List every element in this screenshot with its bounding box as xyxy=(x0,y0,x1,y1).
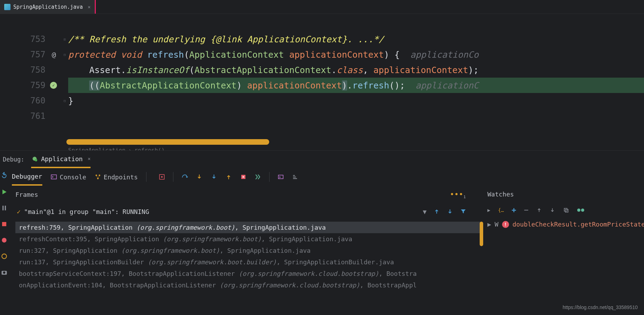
frames-title: Frames xyxy=(15,191,38,198)
svg-point-14 xyxy=(161,176,163,178)
stack-frame[interactable]: run:137, SpringApplicationBuilder (org.s… xyxy=(15,256,480,268)
inline-hint: applicationCo xyxy=(410,50,479,60)
execution-line: ((AbstractApplicationContext) applicatio… xyxy=(68,78,644,93)
svg-rect-20 xyxy=(564,208,567,211)
fold-toggle-icon[interactable]: ⊟ xyxy=(61,93,68,108)
fold-toggle-icon[interactable]: ⊟ xyxy=(61,47,68,62)
code-comment: /** Refresh the underlying {@link Applic… xyxy=(68,34,384,44)
close-icon[interactable]: × xyxy=(88,156,91,162)
mute-breakpoints-button[interactable] xyxy=(0,252,8,260)
camera-button[interactable] xyxy=(0,268,8,277)
drop-frame-button[interactable] xyxy=(240,173,247,180)
file-tab[interactable]: SpringApplication.java × xyxy=(0,0,96,14)
expand-icon[interactable]: ▶ xyxy=(487,207,490,213)
vertical-scrollbar[interactable] xyxy=(480,222,483,246)
watches-panel: Watches ▶ {… + − ▶ W ! xyxy=(480,186,644,312)
inline-hint: applicationC xyxy=(415,80,479,91)
override-icon[interactable]: @ xyxy=(52,50,56,59)
line-number: 761 xyxy=(30,111,45,121)
svg-point-8 xyxy=(3,272,6,274)
svg-point-5 xyxy=(2,238,6,242)
tab-filename: SpringApplication.java xyxy=(13,4,83,10)
force-step-into-button[interactable] xyxy=(210,173,217,180)
braces-icon[interactable]: {… xyxy=(498,207,504,213)
step-out-button[interactable] xyxy=(225,173,232,180)
watch-badge: W xyxy=(495,221,499,228)
resume-button[interactable] xyxy=(0,188,8,196)
error-icon: ! xyxy=(502,221,509,228)
svg-rect-9 xyxy=(51,175,56,179)
frames-panel: Frames •••1 ✓ "main"@1 in group "main": … xyxy=(8,186,480,312)
svg-rect-3 xyxy=(5,206,6,210)
watermark: https://blog.csdn.net/qq_33589510 xyxy=(563,305,638,310)
debug-sidebar xyxy=(0,168,8,312)
show-execution-point-button[interactable] xyxy=(158,173,165,180)
console-icon xyxy=(51,174,57,180)
view-breakpoints-button[interactable] xyxy=(0,236,8,244)
run-to-cursor-button[interactable] xyxy=(255,173,262,180)
tab-debugger[interactable]: Debugger xyxy=(12,168,42,186)
watch-item[interactable]: ▶ W ! doubleCheckResult.getRoomPriceStat… xyxy=(487,217,644,231)
svg-point-22 xyxy=(577,208,580,212)
watch-expression: doubleCheckResult.getRoomPriceStateList(… xyxy=(513,221,644,228)
add-watch-button[interactable]: + xyxy=(511,206,516,214)
stack-frame[interactable]: refreshContext:395, SpringApplication (o… xyxy=(15,233,480,245)
more-icon[interactable]: •••1 xyxy=(450,191,466,199)
execution-point-icon[interactable]: ✓ xyxy=(50,82,57,89)
filter-icon[interactable] xyxy=(460,208,466,215)
stack-frame[interactable]: onApplicationEvent:104, BootstrapApplica… xyxy=(15,279,480,291)
endpoints-icon xyxy=(95,174,101,180)
fold-column: ⊞ ⊟ ⊟ xyxy=(61,14,68,147)
close-icon[interactable]: × xyxy=(88,4,91,10)
svg-point-6 xyxy=(2,254,6,258)
pause-button[interactable] xyxy=(0,204,8,212)
code-content[interactable]: /** Refresh the underlying {@link Applic… xyxy=(68,14,644,147)
dropdown-icon[interactable]: ▼ xyxy=(423,208,427,215)
svg-rect-18 xyxy=(293,177,296,177)
code-editor[interactable]: 753 757@ 758 759✓ 760 761 ⊞ ⊟ ⊟ /** Refr… xyxy=(0,14,644,147)
debug-session-tab[interactable]: Application × xyxy=(31,151,91,168)
debug-label: Debug: xyxy=(3,156,24,163)
step-over-button[interactable] xyxy=(181,173,188,180)
remove-watch-button[interactable]: − xyxy=(524,206,529,214)
svg-rect-17 xyxy=(293,175,295,176)
bug-icon xyxy=(31,155,38,162)
tab-endpoints[interactable]: Endpoints xyxy=(95,168,138,186)
horizontal-scrollbar[interactable] xyxy=(66,139,269,145)
svg-point-1 xyxy=(35,159,37,162)
thread-selector[interactable]: ✓ "main"@1 in group "main": RUNNING ▼ xyxy=(15,204,480,220)
move-up-button[interactable] xyxy=(536,207,542,213)
frame-list: refresh:759, SpringApplication (org.spri… xyxy=(15,222,480,291)
debug-header: Debug: Application × xyxy=(0,151,644,168)
stack-frame[interactable]: bootstrapServiceContext:197, BootstrapAp… xyxy=(15,268,480,279)
rerun-button[interactable] xyxy=(0,172,8,180)
copy-button[interactable] xyxy=(563,207,569,213)
editor-tab-bar: SpringApplication.java × xyxy=(0,0,644,14)
svg-rect-4 xyxy=(2,222,6,226)
next-frame-button[interactable] xyxy=(447,208,453,215)
stack-frame[interactable]: refresh:759, SpringApplication (org.spri… xyxy=(15,222,480,233)
fold-toggle-icon[interactable]: ⊞ xyxy=(61,31,68,47)
trace-button[interactable] xyxy=(292,173,299,180)
move-down-button[interactable] xyxy=(550,207,555,213)
svg-rect-2 xyxy=(2,206,3,210)
svg-rect-21 xyxy=(565,209,568,212)
line-number: 760 xyxy=(30,96,45,106)
debug-panel: Debug: Application × Debugger Console xyxy=(0,150,644,315)
svg-rect-16 xyxy=(278,175,283,179)
svg-rect-19 xyxy=(293,178,297,179)
tab-console[interactable]: Console xyxy=(51,168,86,186)
line-number: 759 xyxy=(30,80,45,90)
glasses-icon[interactable] xyxy=(577,208,585,212)
watches-title: Watches xyxy=(487,186,644,203)
prev-frame-button[interactable] xyxy=(434,208,440,215)
evaluate-expression-button[interactable] xyxy=(277,173,284,180)
expand-icon[interactable]: ▶ xyxy=(487,221,491,228)
line-gutter: 753 757@ 758 759✓ 760 761 xyxy=(0,14,61,147)
java-class-icon xyxy=(4,4,10,10)
line-number: 758 xyxy=(30,65,45,75)
stack-frame[interactable]: run:327, SpringApplication (org.springfr… xyxy=(15,245,480,256)
step-into-button[interactable] xyxy=(196,173,203,180)
stop-button[interactable] xyxy=(0,220,8,228)
line-number: 753 xyxy=(30,34,45,44)
